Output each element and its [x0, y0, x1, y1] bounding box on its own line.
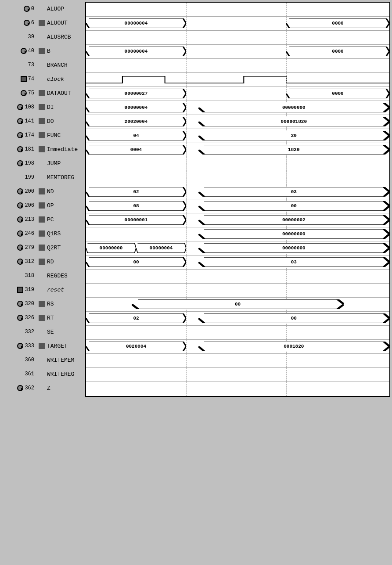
signal-cell: OP: [37, 198, 85, 212]
bus-segment: 00000000: [86, 243, 136, 253]
time-value: 333: [25, 343, 34, 349]
signal-icon: [39, 188, 45, 194]
signal-cell: MEMTOREG: [37, 170, 85, 184]
bus-segment: 00000027: [86, 89, 186, 98]
time-cell: 213: [2, 212, 37, 227]
bus-label: 00000000: [282, 105, 306, 110]
signal-icon: [39, 343, 45, 349]
time-value: 0: [31, 6, 34, 12]
signal-cell: REGDES: [37, 269, 85, 283]
bus-label: 00000001: [125, 217, 148, 223]
time-cell: 332: [2, 325, 37, 339]
time-cell: 246: [2, 227, 37, 241]
time-cell: 206: [2, 198, 37, 212]
signal-icon: [39, 146, 45, 152]
signal-cell: RS: [37, 297, 85, 311]
time-value: 75: [28, 90, 34, 96]
circle-icon: [17, 188, 23, 194]
signal-name: Immediate: [47, 146, 78, 153]
time-value: 332: [25, 329, 34, 335]
bus-segment: 0004: [86, 145, 186, 155]
time-value: 246: [25, 230, 34, 237]
bus-segment: 0020004: [86, 342, 186, 351]
bus-segment: 00000000: [198, 103, 389, 112]
circle-icon: [17, 259, 23, 265]
time-value: 200: [25, 188, 34, 194]
signal-cell: Immediate: [37, 142, 85, 156]
signal-icon: [39, 20, 45, 26]
time-value: 213: [25, 216, 34, 223]
signal-icon: [39, 118, 45, 124]
time-cell: 0: [2, 2, 37, 16]
wave-row: [86, 157, 389, 171]
signal-cell: reset: [37, 283, 85, 297]
bus-segment: 00: [198, 313, 389, 323]
bus-label: 03: [291, 259, 297, 265]
bus-label: 000001820: [281, 119, 307, 124]
bus-segment: 02: [86, 187, 186, 197]
bus-label: 00: [291, 203, 297, 209]
time-cell: 75: [2, 86, 37, 100]
signal-name: DI: [47, 104, 54, 111]
time-cell: 174: [2, 128, 37, 142]
time-cell: 199: [2, 170, 37, 184]
wave-row: [86, 171, 389, 185]
main-container: 0 639 407374 75 108 141 174 181 198199 2…: [0, 0, 392, 399]
signal-icon: [39, 202, 45, 209]
bus-label: 00: [235, 302, 241, 307]
time-cell: 333: [2, 339, 37, 353]
signal-icon: [39, 104, 45, 110]
signal-cell: ALUOUT: [37, 16, 85, 30]
wave-row: [86, 3, 389, 17]
wave-row: 20020004000001820: [86, 115, 389, 129]
bus-label: 00000027: [125, 91, 148, 96]
signal-name: DO: [47, 118, 54, 125]
wave-row: 0000000100000002: [86, 213, 389, 227]
signal-icon: [39, 315, 45, 321]
time-value: 199: [25, 174, 34, 180]
signal-cell: DATAOUT: [37, 86, 85, 100]
time-value: 318: [25, 273, 34, 279]
bus-label: 0020004: [126, 344, 146, 349]
time-cell: 40: [2, 44, 37, 58]
time-value: 361: [25, 371, 34, 377]
bus-segment: 00000000: [198, 229, 389, 239]
time-cell: 200: [2, 184, 37, 198]
signal-icon: [39, 259, 45, 265]
bus-label: 00000004: [125, 105, 148, 110]
bus-segment: 20020004: [86, 117, 186, 126]
signal-name: ALUOP: [47, 6, 64, 12]
time-value: 73: [28, 62, 34, 68]
circle-icon: [17, 230, 23, 237]
wave-row: 00200040001820: [86, 340, 389, 354]
signal-icon: [39, 301, 45, 307]
signal-icon: [39, 216, 45, 223]
bus-segment: 00000004: [86, 18, 186, 28]
bus-label: 02: [133, 316, 139, 321]
signal-name: Z: [47, 385, 50, 392]
signal-cell: SE: [37, 325, 85, 339]
time-cell: 326: [2, 311, 37, 325]
bus-label: 0004: [130, 147, 142, 152]
signal-name: WRITEMEM: [47, 357, 74, 363]
bus-label: 00000004: [125, 49, 148, 54]
time-value: 6: [31, 20, 34, 26]
bus-segment: 03: [198, 187, 389, 197]
wave-row: 0420: [86, 129, 389, 143]
circle-icon: [17, 343, 23, 349]
signal-cell: Q2RT: [37, 241, 85, 255]
time-value: 198: [25, 160, 34, 166]
wave-row: [86, 284, 389, 298]
wave-row: [86, 326, 389, 340]
time-cell: 39: [2, 30, 37, 44]
signal-name: reset: [47, 287, 64, 293]
bus-label: 00000002: [282, 217, 306, 223]
circle-icon: [24, 20, 30, 26]
time-cell: 319: [2, 283, 37, 297]
time-value: 360: [25, 357, 34, 363]
time-cell: 318: [2, 269, 37, 283]
wave-row: [86, 368, 389, 382]
wave-row: 00: [86, 298, 389, 312]
signal-name: RS: [47, 301, 54, 307]
signal-icon: [39, 245, 45, 251]
